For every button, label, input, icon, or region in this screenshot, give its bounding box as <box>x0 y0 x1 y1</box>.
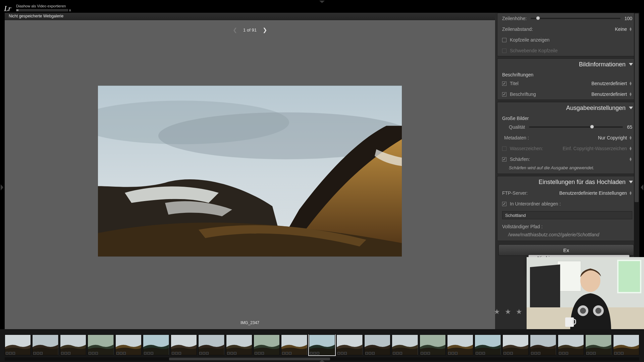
image-info-section-header[interactable]: Bildinformationen <box>497 59 637 70</box>
watermark-stepper-icon: ▲▼ <box>629 146 632 150</box>
filmstrip-thumb[interactable] <box>254 335 280 355</box>
filmstrip-thumb[interactable] <box>115 335 142 355</box>
row-gap-value[interactable]: Keine <box>615 26 627 32</box>
sharpen-checkbox[interactable]: ✓ <box>502 157 506 162</box>
filmstrip-thumb[interactable] <box>226 335 252 355</box>
metadata-label: Metadaten : <box>504 135 529 140</box>
export-progress-bar <box>16 9 68 11</box>
captions-subhead: Beschriftungen <box>497 70 637 78</box>
filmstrip-thumb[interactable] <box>447 335 473 355</box>
filmstrip-thumb[interactable] <box>60 335 86 355</box>
metadata-value[interactable]: Nur Copyright <box>598 135 627 140</box>
watermark-label: Wasserzeichen: <box>510 146 543 151</box>
quality-value: 65 <box>627 124 632 130</box>
quality-slider[interactable] <box>529 126 623 128</box>
filmstrip-thumb[interactable] <box>5 335 31 355</box>
filmstrip-thumb[interactable] <box>613 335 639 355</box>
sharpen-note: Schärfen wird auf die Ausgabe angewendet… <box>497 165 637 174</box>
unsaved-gallery-label: Nicht gespeicherte Webgalerie <box>5 13 495 20</box>
filmstrip-thumb[interactable] <box>420 335 446 355</box>
watermark-checkbox[interactable] <box>502 146 506 151</box>
fullpath-value: /www/matthiasbutz.com2/galerie/Schottlan… <box>502 232 599 237</box>
show-header-checkbox[interactable] <box>502 38 506 42</box>
svg-point-12 <box>580 308 586 314</box>
webcam-overlay <box>527 257 644 329</box>
rating-stars[interactable]: ★ ★ ★ <box>494 308 524 316</box>
filmstrip-thumb[interactable] <box>364 335 390 355</box>
row-height-slider[interactable] <box>531 18 620 19</box>
filmstrip-thumb[interactable] <box>32 335 58 355</box>
row-gap-stepper-icon[interactable]: ▲▼ <box>629 27 632 31</box>
next-page-button[interactable]: ❯ <box>263 27 267 33</box>
filmstrip-thumb[interactable] <box>392 335 418 355</box>
sharpen-dropdown-icon[interactable]: ▲▼ <box>629 157 632 161</box>
filmstrip-thumb[interactable] <box>281 335 307 355</box>
ftp-label: FTP-Server: <box>502 190 528 196</box>
subfolder-checkbox[interactable]: ✓ <box>502 202 506 206</box>
ftp-value[interactable]: Benutzerdefinierte Einstellungen <box>559 190 627 196</box>
sharpen-label: Schärfen: <box>510 157 530 162</box>
image-caption: IMG_2347 <box>240 320 259 325</box>
title-value[interactable]: Benutzerdefiniert <box>591 81 627 86</box>
filmstrip-thumb[interactable] <box>88 335 114 355</box>
export-button[interactable]: Ex <box>498 244 634 256</box>
large-images-subhead: Große Bilder <box>497 114 637 122</box>
export-task-title: Diashow als Video exportieren <box>16 4 66 8</box>
filmstrip-thumb[interactable] <box>502 335 529 355</box>
caption-label: Beschriftung <box>510 92 536 97</box>
fullpath-label: Vollständiger Pfad : <box>502 224 543 229</box>
filmstrip-thumb[interactable] <box>558 335 584 355</box>
filmstrip-thumb[interactable] <box>198 335 224 355</box>
title-stepper-icon[interactable]: ▲▼ <box>629 81 632 85</box>
svg-rect-7 <box>619 261 640 292</box>
preview-canvas: ❮ 1 of 91 ❯ <box>5 20 495 349</box>
subfolder-label: In Unterordner ablegen : <box>510 201 561 206</box>
cancel-export-button[interactable]: x <box>69 8 71 12</box>
floating-header-checkbox <box>502 49 506 53</box>
caption-stepper-icon[interactable]: ▲▼ <box>629 92 632 96</box>
bottom-panel-toggle-icon[interactable] <box>319 360 325 362</box>
ftp-stepper-icon[interactable]: ▲▼ <box>629 191 632 195</box>
show-header-label: Kopfzeile anzeigen <box>510 37 549 43</box>
app-logo: Lr <box>4 4 11 13</box>
filmstrip[interactable] <box>5 335 639 356</box>
filmstrip-thumb[interactable] <box>585 335 611 355</box>
chevron-down-icon <box>629 181 633 183</box>
filmstrip-thumb[interactable] <box>143 335 169 355</box>
filmstrip-thumb[interactable] <box>336 335 363 355</box>
left-panel-toggle[interactable] <box>0 13 5 362</box>
quality-label: Qualität <box>509 124 525 130</box>
chevron-down-icon <box>629 107 633 109</box>
metadata-stepper-icon[interactable]: ▲▼ <box>629 136 632 140</box>
pager-text: 1 of 91 <box>243 27 257 33</box>
upload-settings-section-header[interactable]: Einstellungen für das Hochladen <box>497 176 637 188</box>
prev-page-button[interactable]: ❮ <box>233 27 237 33</box>
preview-image <box>98 85 402 256</box>
title-checkbox[interactable]: ✓ <box>502 81 506 86</box>
row-height-label: Zeilenhöhe: <box>502 16 527 21</box>
filmstrip-thumb[interactable] <box>309 335 335 355</box>
subfolder-input[interactable] <box>502 211 632 219</box>
title-label: Titel <box>510 81 519 86</box>
row-height-value: 100 <box>625 16 632 21</box>
svg-rect-5 <box>557 261 581 291</box>
filmstrip-thumb[interactable] <box>171 335 197 355</box>
svg-point-13 <box>595 308 601 314</box>
watermark-value: Einf. Copyright-Wasserzeichen <box>562 146 627 151</box>
filmstrip-thumb[interactable] <box>530 335 556 355</box>
caption-checkbox[interactable]: ✓ <box>502 92 506 97</box>
output-settings-section-header[interactable]: Ausgabeeinstellungen <box>497 102 637 114</box>
floating-header-label: Schwebende Kopfzeile <box>510 48 557 53</box>
row-gap-label: Zeilenabstand: <box>502 26 533 32</box>
caption-value[interactable]: Benutzerdefiniert <box>591 92 627 97</box>
filmstrip-thumb[interactable] <box>475 335 501 355</box>
top-panel-toggle-icon[interactable] <box>319 1 325 3</box>
chevron-down-icon <box>629 63 633 66</box>
